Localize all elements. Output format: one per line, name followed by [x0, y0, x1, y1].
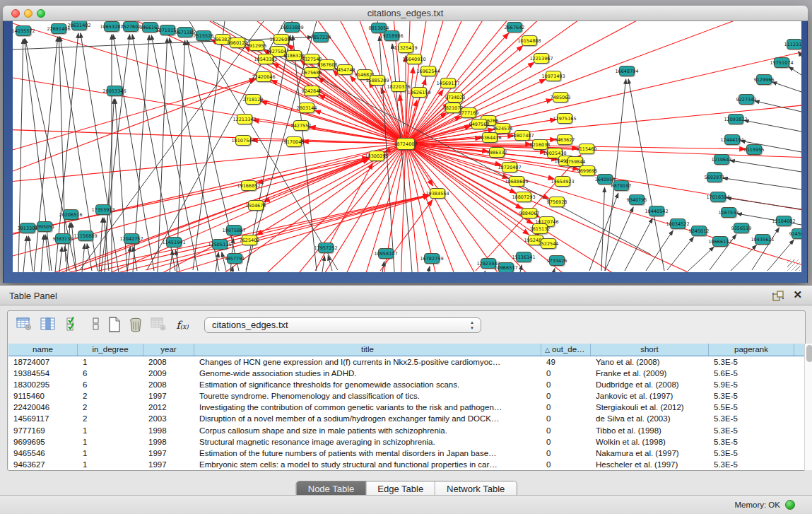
table-cell[interactable]: 2 — [78, 402, 143, 413]
graph-node[interactable]: 9463627 — [557, 134, 572, 145]
graph-node[interactable]: 10543382 — [258, 54, 273, 64]
table-cell[interactable]: 9463627 — [8, 459, 78, 470]
graph-node[interactable]: 18724007 — [396, 138, 415, 150]
graph-node[interactable]: 9671385 — [177, 27, 193, 37]
graph-node[interactable]: 14569117 — [440, 78, 456, 88]
table-cell[interactable]: 2012 — [143, 402, 194, 413]
graph-node[interactable]: 18720407 — [502, 162, 517, 173]
table-cell[interactable]: 1997 — [143, 448, 194, 459]
graph-node[interactable]: 17016504 — [710, 192, 726, 202]
table-row[interactable]: 1872400712008Changes of HCN gene express… — [8, 356, 804, 368]
column-header-name[interactable]: name — [8, 344, 78, 356]
graph-node[interactable]: 13626159 — [411, 87, 427, 98]
table-cell[interactable]: Estimation of the future numbers of pati… — [194, 448, 541, 459]
graph-node[interactable]: 2718120 — [245, 94, 261, 105]
graph-node[interactable]: 2367608 — [319, 59, 335, 70]
graph-node[interactable]: 9170046 — [286, 136, 302, 147]
table-cell[interactable]: Tourette syndrome. Phenomenology and cla… — [194, 390, 541, 402]
graph-node[interactable]: 12975165 — [557, 113, 572, 124]
table-cell[interactable]: 0 — [541, 368, 591, 379]
table-cell[interactable]: 2 — [78, 413, 143, 424]
graph-node[interactable]: 8216038 — [532, 139, 548, 150]
table-cell[interactable]: 9699695 — [8, 436, 78, 448]
graph-node[interactable]: 9356519 — [734, 223, 749, 233]
table-cell[interactable]: Yano et al. (2008) — [591, 356, 709, 368]
graph-node[interactable]: 22420046 — [256, 71, 271, 82]
table-cell[interactable]: 1 — [78, 459, 143, 470]
graph-node[interactable]: 20053346 — [107, 86, 122, 96]
graph-node[interactable]: 19166852 — [241, 180, 257, 191]
table-cell[interactable]: 2008 — [143, 379, 194, 390]
table-cell[interactable]: Corpus callosum shape and size in male p… — [194, 425, 541, 436]
table-cell[interactable]: 5.3E-5 — [709, 356, 794, 368]
graph-node[interactable]: 10666137 — [712, 236, 728, 247]
table-cell[interactable]: 1 — [78, 448, 143, 459]
graph-node[interactable]: 18300295 — [369, 151, 384, 161]
float-panel-icon[interactable] — [772, 291, 784, 301]
column-header-title[interactable]: title — [194, 344, 541, 356]
table-cell[interactable]: 0 — [541, 413, 591, 424]
graph-node[interactable]: 12213343 — [237, 114, 252, 124]
table-row[interactable]: 946362711997Embryonic stem cells: a mode… — [8, 459, 804, 470]
graph-node[interactable]: 12505135 — [212, 239, 228, 250]
graph-node[interactable]: 9756928 — [549, 197, 565, 207]
column-header-pagerank[interactable]: pagerank — [709, 344, 794, 356]
graph-node[interactable]: 1527602 — [123, 21, 139, 32]
graph-node[interactable]: 10807487 — [514, 130, 530, 141]
graph-node[interactable]: 8427552 — [293, 120, 309, 131]
graph-node[interactable]: 8454749 — [337, 64, 353, 75]
graph-node[interactable]: 9777169 — [461, 107, 476, 118]
table-cell[interactable]: Franke et al. (2009) — [591, 368, 709, 379]
table-row[interactable]: 946554611997Estimation of the future num… — [8, 448, 804, 459]
graph-node[interactable]: 19654923 — [555, 176, 570, 187]
table-row[interactable]: 1830029562008Estimation of significance … — [8, 379, 804, 390]
graph-node[interactable]: 9393133 — [55, 233, 71, 244]
graph-node[interactable]: 9129966 — [756, 74, 772, 85]
graph-node[interactable]: 12042757 — [124, 233, 139, 244]
table-cell[interactable]: 0 — [541, 459, 591, 470]
network-canvas[interactable]: 7663822896012389129551822605819275045105… — [13, 21, 801, 272]
graph-node[interactable]: 5692971 — [707, 172, 722, 182]
graph-node[interactable]: 11451941 — [166, 237, 182, 247]
graph-node[interactable]: 2803144 — [299, 103, 314, 113]
table-cell[interactable]: 2008 — [143, 356, 194, 368]
table-cell[interactable]: Investigating the contribution of common… — [194, 402, 541, 413]
table-cell[interactable]: Structural magnetic resonance image aver… — [194, 436, 541, 448]
graph-node[interactable]: 2667642 — [507, 22, 522, 33]
graph-node[interactable]: 6879197 — [613, 180, 629, 191]
table-row[interactable]: 911546021997Tourette syndrome. Phenomeno… — [8, 390, 804, 402]
graph-node[interactable]: 9227343 — [739, 94, 754, 105]
graph-node[interactable]: 1504675 — [248, 200, 264, 211]
table-cell[interactable]: 0 — [541, 448, 591, 459]
table-cell[interactable]: 5.3E-5 — [709, 390, 794, 402]
graph-node[interactable]: 18226058 — [273, 34, 289, 45]
table-cell[interactable]: 5.3E-5 — [709, 425, 794, 436]
graph-node[interactable]: 9857791 — [227, 253, 242, 264]
graph-node[interactable]: 3913301 — [20, 223, 35, 233]
table-cell[interactable]: 0 — [541, 379, 591, 390]
select-all-button[interactable] — [64, 317, 83, 334]
table-cell[interactable]: 1 — [78, 356, 143, 368]
graph-node[interactable]: 15751074 — [774, 57, 789, 68]
graph-node[interactable]: 19975887 — [226, 225, 242, 235]
table-cell[interactable]: de Silva et al. (2003) — [591, 413, 709, 424]
graph-node[interactable]: 9245012 — [691, 226, 707, 236]
graph-node[interactable]: 9395051 — [37, 221, 52, 232]
graph-node[interactable]: 10440542 — [649, 206, 664, 216]
graph-node[interactable]: 7625402 — [242, 235, 257, 245]
graph-node[interactable]: 9734023 — [447, 92, 463, 103]
graph-node[interactable]: 1210643 — [714, 154, 729, 165]
graph-node[interactable]: 16640910 — [406, 54, 422, 64]
table-cell[interactable]: Tibbo et al. (1998) — [591, 425, 709, 436]
graph-node[interactable]: 20631402 — [71, 21, 87, 30]
graph-node[interactable]: 12093822 — [728, 114, 743, 124]
column-header-out_de[interactable]: △out_de… — [541, 344, 591, 356]
table-cell[interactable]: Dudbridge et al. (2008) — [591, 379, 709, 390]
graph-node[interactable]: 10973493 — [546, 71, 561, 81]
graph-node[interactable]: 20364436 — [482, 132, 498, 143]
graph-node[interactable]: 10719155 — [160, 25, 175, 35]
graph-node[interactable]: 12213967 — [534, 53, 549, 64]
column-header-in_degree[interactable]: in_degree — [78, 344, 143, 356]
table-cell[interactable]: Hescheler et al. (1997) — [591, 459, 709, 470]
graph-node[interactable]: 12444194 — [724, 134, 740, 145]
